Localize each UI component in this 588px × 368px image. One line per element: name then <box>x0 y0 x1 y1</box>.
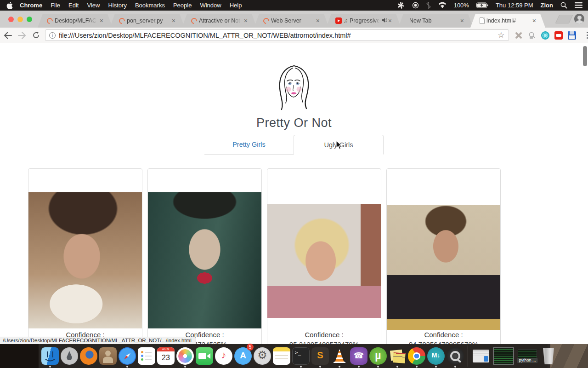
result-card: Confidence : 94.78256478995678% <box>386 168 501 349</box>
tab-title: Attractive or Not <box>199 17 241 24</box>
page-info-icon[interactable]: i <box>49 32 56 39</box>
tab-title: Desktop/MLFACER <box>55 17 97 24</box>
menu-item-edit[interactable]: Edit <box>64 0 83 11</box>
chrome-menu-icon[interactable] <box>587 32 588 39</box>
window-close-button[interactable] <box>8 17 14 22</box>
face-photo <box>267 204 381 318</box>
dock-vlc[interactable] <box>330 344 349 368</box>
tab-close-icon[interactable]: × <box>531 17 537 24</box>
back-button[interactable] <box>1 29 14 42</box>
dock-reminders[interactable] <box>137 344 156 368</box>
notification-center-icon[interactable] <box>571 2 588 8</box>
forward-button[interactable] <box>16 29 28 42</box>
dock-facetime[interactable] <box>195 344 214 368</box>
avast-menulet-icon[interactable] <box>394 2 408 9</box>
window-zoom-button[interactable] <box>27 17 32 22</box>
dock-itunes[interactable] <box>214 344 233 368</box>
calendar-day: 23 <box>157 351 175 364</box>
dock-sublime-text[interactable] <box>311 344 330 368</box>
browser-tab-new-tab[interactable]: New Tab × <box>398 14 473 28</box>
new-tab-button[interactable] <box>555 15 573 23</box>
scrollbar-thumb[interactable] <box>583 46 587 66</box>
web-extension-icon[interactable] <box>541 31 549 40</box>
dock-stickies[interactable] <box>388 344 407 368</box>
minimized-python-terminal-window[interactable]: python ... <box>518 349 537 363</box>
dock-safari[interactable] <box>118 344 137 368</box>
address-bar[interactable]: i ☆ <box>45 29 509 41</box>
dock-contacts[interactable] <box>98 344 118 368</box>
results-grid: Confidence : Confidence : 0724724525% Co… <box>0 168 588 345</box>
dock-system-preferences[interactable] <box>253 344 272 368</box>
tab-close-icon[interactable]: × <box>459 17 465 24</box>
menu-item-history[interactable]: History <box>104 0 130 11</box>
dock-chrome[interactable] <box>407 344 426 368</box>
dock-utorrent[interactable] <box>368 344 388 368</box>
bluetooth-icon[interactable] <box>423 2 435 9</box>
apple-menu-icon[interactable] <box>6 2 13 9</box>
menu-clock[interactable]: Thu 12:59 PM <box>492 0 537 11</box>
browser-tab-attractive-or-not[interactable]: Attractive or Not × <box>182 14 257 28</box>
youtube-extension-icon[interactable] <box>554 31 563 40</box>
url-input[interactable] <box>59 32 498 39</box>
dock-photos[interactable] <box>175 344 195 368</box>
dock-appstore[interactable]: 5 <box>233 344 253 368</box>
browser-tab-youtube-music[interactable]: ♫ Progressive T × <box>326 14 401 28</box>
page-title: Pretty Or Not <box>0 116 588 130</box>
face-photo <box>148 192 261 328</box>
tab-audio-icon[interactable] <box>382 17 387 24</box>
menu-item-window[interactable]: Window <box>196 0 225 11</box>
dock-launchpad[interactable] <box>60 344 79 368</box>
browser-tab-desktop-mlface[interactable]: Desktop/MLFACER × <box>38 14 113 28</box>
wifi-icon[interactable] <box>435 2 450 9</box>
dock-terminal[interactable] <box>291 344 311 368</box>
browser-tab-index-html-active[interactable]: index.html# × <box>470 14 545 28</box>
youtube-favicon <box>335 17 342 24</box>
reload-button[interactable] <box>29 29 42 42</box>
battery-charging-icon[interactable] <box>473 2 492 8</box>
save-extension-icon[interactable] <box>568 31 576 40</box>
site-favicon <box>262 17 270 25</box>
menu-item-bookmarks[interactable]: Bookmarks <box>131 0 169 11</box>
spotlight-search-icon[interactable] <box>557 2 571 9</box>
macos-menu-bar: Chrome File Edit View History Bookmarks … <box>0 0 588 11</box>
menu-item-chrome[interactable]: Chrome <box>16 0 46 11</box>
dock-notes[interactable] <box>272 344 291 368</box>
dock-calendar[interactable]: AUG 23 <box>156 344 175 368</box>
dock-macdown[interactable] <box>426 344 446 368</box>
calendar-month: AUG <box>157 347 175 351</box>
profile-avatar-icon[interactable] <box>574 14 584 24</box>
bookmark-star-icon[interactable]: ☆ <box>498 30 504 40</box>
tab-title: Web Server <box>271 17 313 24</box>
dock-firefox[interactable] <box>79 344 98 368</box>
user-menu[interactable]: Zion <box>537 0 557 11</box>
dock-trash[interactable] <box>539 344 558 368</box>
minimized-window-label: python ... <box>517 358 537 363</box>
minimized-finder-window[interactable] <box>473 350 489 362</box>
tab-close-icon[interactable]: × <box>243 17 249 24</box>
safeprice-extension-icon[interactable] <box>528 31 536 40</box>
window-minimize-button[interactable] <box>17 17 23 22</box>
dock-finder[interactable] <box>40 344 60 368</box>
site-favicon <box>45 17 54 25</box>
chrome-tab-strip: Desktop/MLFACER × pon_server.py × Attrac… <box>0 11 588 28</box>
screen: Chrome File Edit View History Bookmarks … <box>0 0 588 368</box>
browser-tab-web-server[interactable]: Web Server × <box>254 14 329 28</box>
menu-item-people[interactable]: People <box>169 0 196 11</box>
browser-tab-pon-server[interactable]: pon_server.py × <box>110 14 185 28</box>
tab-pretty-girls[interactable]: Pretty Girls <box>204 135 294 154</box>
tab-title: New Tab <box>409 17 458 24</box>
menu-item-help[interactable]: Help <box>226 0 246 11</box>
tab-close-icon[interactable]: × <box>171 17 176 24</box>
result-card: Confidence : 95.21295489572479% <box>267 168 381 349</box>
mouse-cursor <box>336 140 342 150</box>
tab-close-icon[interactable]: × <box>315 17 321 24</box>
menu-item-view[interactable]: View <box>83 0 104 11</box>
dock-quicktime[interactable] <box>446 344 465 368</box>
minimized-terminal-window[interactable] <box>493 347 514 365</box>
menu-item-file[interactable]: File <box>46 0 64 11</box>
screen-record-menulet-icon[interactable] <box>408 2 423 9</box>
dock-viber[interactable] <box>349 344 368 368</box>
tab-close-icon[interactable]: × <box>99 17 104 24</box>
avast-extension-icon[interactable] <box>514 31 523 40</box>
tab-close-icon[interactable]: × <box>387 17 393 24</box>
